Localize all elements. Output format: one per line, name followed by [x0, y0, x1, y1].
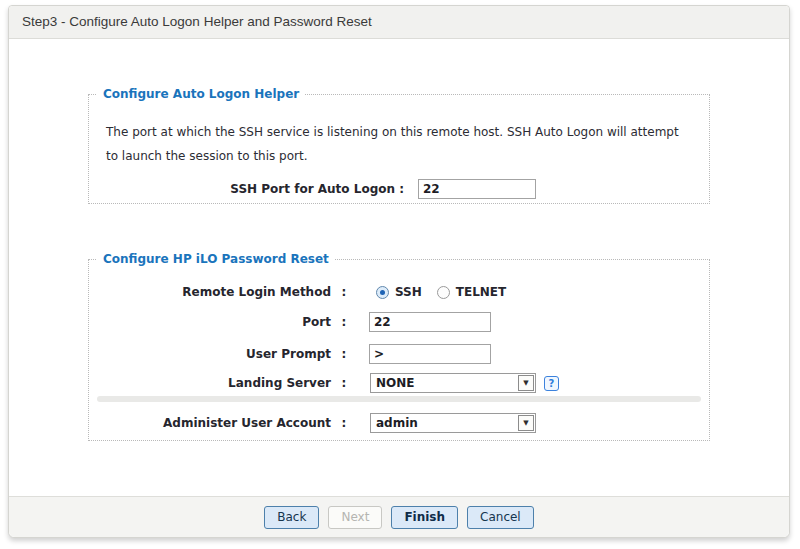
colon: :	[335, 344, 353, 364]
landing-server-row: Landing Server : NONE ▼ ?	[89, 373, 709, 393]
radio-option-telnet[interactable]: TELNET	[437, 282, 506, 302]
remote-login-method-label: Remote Login Method	[89, 282, 331, 302]
landing-server-select[interactable]: NONE ▼	[370, 373, 536, 393]
remote-login-method-group: SSH TELNET	[376, 282, 506, 302]
colon: :	[335, 373, 353, 393]
ssh-port-input[interactable]	[418, 179, 536, 199]
admin-account-value: admin	[371, 414, 518, 432]
cancel-button[interactable]: Cancel	[467, 506, 534, 529]
remote-login-method-row: Remote Login Method : SSH TELNET	[89, 282, 709, 302]
admin-account-select[interactable]: admin ▼	[370, 413, 536, 433]
chevron-down-icon[interactable]: ▼	[518, 415, 534, 431]
auto-logon-legend: Configure Auto Logon Helper	[97, 87, 305, 101]
port-input[interactable]	[369, 312, 491, 332]
radio-button-icon	[437, 286, 450, 299]
password-reset-legend: Configure HP iLO Password Reset	[97, 252, 335, 266]
auto-logon-description: The port at which the SSH service is lis…	[106, 120, 683, 168]
finish-button[interactable]: Finish	[391, 506, 458, 529]
port-row: Port :	[89, 312, 709, 332]
next-button: Next	[328, 506, 382, 529]
dialog-title: Step3 - Configure Auto Logon Helper and …	[9, 6, 789, 39]
dialog-footer: Back Next Finish Cancel	[9, 496, 789, 537]
colon: :	[335, 413, 353, 433]
back-button[interactable]: Back	[264, 506, 319, 529]
radio-option-ssh[interactable]: SSH	[376, 282, 422, 302]
user-prompt-input[interactable]	[369, 344, 491, 364]
admin-account-row: Administer User Account : admin ▼	[89, 413, 709, 433]
radio-label-telnet: TELNET	[456, 282, 506, 302]
landing-server-label: Landing Server	[89, 373, 331, 393]
wizard-dialog: Step3 - Configure Auto Logon Helper and …	[8, 5, 790, 538]
colon: :	[335, 282, 353, 302]
ssh-port-label: SSH Port for Auto Logon :	[89, 179, 404, 199]
radio-button-icon	[376, 286, 389, 299]
landing-server-value: NONE	[371, 374, 518, 392]
user-prompt-label: User Prompt	[89, 344, 331, 364]
password-reset-section: Configure HP iLO Password Reset Remote L…	[88, 259, 710, 441]
admin-account-label: Administer User Account	[89, 413, 331, 433]
chevron-down-icon[interactable]: ▼	[518, 375, 534, 391]
section-divider	[97, 396, 701, 402]
colon: :	[335, 312, 353, 332]
port-label: Port	[89, 312, 331, 332]
help-icon[interactable]: ?	[544, 376, 559, 391]
radio-label-ssh: SSH	[395, 282, 422, 302]
auto-logon-section: Configure Auto Logon Helper The port at …	[88, 94, 710, 204]
user-prompt-row: User Prompt :	[89, 344, 709, 364]
